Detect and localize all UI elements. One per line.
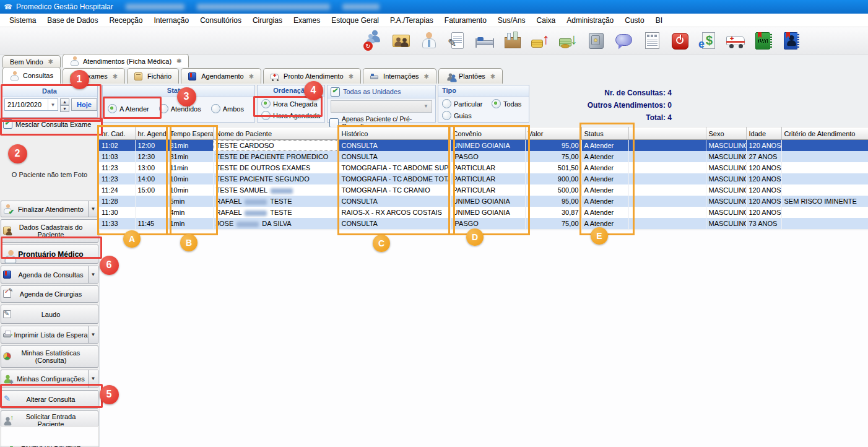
contacts-book-icon[interactable] (781, 30, 802, 51)
cell-valor[interactable]: 900,00 (525, 173, 581, 184)
dropdown-arrow-icon[interactable]: ▼ (88, 370, 98, 388)
radio-guias[interactable]: Guias (442, 111, 492, 120)
cell-convenio[interactable]: UNIMED GOIANIA (450, 140, 525, 152)
cell-criterio[interactable] (781, 218, 868, 229)
cell-espera[interactable]: 11min (167, 162, 213, 173)
menu-item-administracao[interactable]: Administração (561, 14, 619, 27)
cell-sexo[interactable]: MASCULINO (706, 207, 746, 218)
cell-hr_agend[interactable] (135, 196, 167, 207)
radio-todas[interactable]: Todas (492, 99, 525, 108)
radio-icon[interactable] (261, 99, 271, 108)
menu-item-base-de-dados[interactable]: Base de Dados (41, 14, 103, 27)
col-hr-agend[interactable]: hr. Agend (135, 128, 167, 140)
radio-icon[interactable] (492, 99, 501, 108)
menu-item-faturamento[interactable]: Faturamento (439, 14, 492, 27)
sidebar-button-prontuario-medico[interactable]: Prontuário Médico (1, 245, 98, 264)
radio-a-atender[interactable]: A Atender (108, 104, 149, 113)
cell-extra[interactable] (628, 184, 706, 196)
sidebar-button-minhas-configuracoes[interactable]: ✱Minhas Configurações▼ (1, 370, 98, 388)
sidebar-button-agenda-de-cirurgias[interactable]: ✓✎Agenda de Cirurgias (1, 285, 98, 303)
cell-idade[interactable]: 73 ANOS (746, 218, 781, 229)
cell-idade[interactable]: 120 ANOS (746, 207, 781, 218)
cell-extra[interactable] (628, 151, 706, 162)
col-idade[interactable]: Idade (746, 128, 781, 140)
tab-consultas[interactable]: Consultas (2, 67, 61, 84)
cell-hr_cad[interactable]: 11:23 (99, 173, 135, 184)
cell-criterio[interactable] (781, 162, 868, 173)
cell-extra[interactable] (628, 162, 706, 173)
cell-hr_agend[interactable]: 12:30 (135, 151, 167, 162)
sidebar-button-minhas-estatisticas-consulta[interactable]: Minhas Estatísticas (Consulta) (1, 345, 98, 368)
radio-atendidos[interactable]: Atendidos (159, 104, 201, 113)
tab-close-icon[interactable]: ✱ (490, 73, 495, 80)
spin-up-icon[interactable]: ▲ (60, 98, 69, 105)
spin-down-icon[interactable]: ▼ (60, 105, 69, 112)
radio-hora-chegada[interactable]: Hora Chegada (261, 99, 321, 108)
chat-icon[interactable] (614, 30, 635, 51)
power-icon[interactable] (669, 30, 690, 51)
cell-hr_agend[interactable] (135, 207, 167, 218)
cell-espera[interactable]: 4min (167, 207, 213, 218)
tab-close-icon[interactable]: ✱ (176, 58, 181, 64)
menu-item-bi[interactable]: BI (650, 14, 668, 27)
col-extra[interactable] (628, 128, 706, 140)
menu-item-caixa[interactable]: Caixa (531, 14, 562, 27)
menu-item-internacao[interactable]: Internação (148, 14, 194, 27)
cell-sexo[interactable]: MASCULINO (706, 140, 746, 152)
menu-item-cirurgias[interactable]: Cirurgias (247, 14, 288, 27)
col-nome-do-paciente[interactable]: Nome do Paciente (213, 128, 339, 140)
sidebar-button-dados-cadastrais-do-paciente[interactable]: Dados Cadastrais do Paciente (1, 219, 98, 243)
cell-sexo[interactable]: MASCULINO (706, 173, 746, 184)
cell-criterio[interactable] (781, 207, 868, 218)
safe-icon[interactable] (586, 30, 607, 51)
col-hr-cad[interactable]: hr. Cad. (99, 128, 135, 140)
cell-extra[interactable] (628, 196, 706, 207)
cell-historico[interactable]: CONSULTA (339, 151, 450, 162)
cell-idade[interactable]: 120 ANOS (746, 173, 781, 184)
cell-hr_agend[interactable]: 13:00 (135, 162, 167, 173)
cell-convenio[interactable]: PARTICULAR (450, 162, 525, 173)
col-historico[interactable]: Histórico (339, 128, 450, 140)
contract-icon[interactable]: ✎ (446, 30, 467, 51)
cell-hr_cad[interactable]: 11:03 (99, 151, 135, 162)
cell-status[interactable]: A Atender (581, 173, 628, 184)
radio-icon[interactable] (211, 104, 220, 113)
radio-icon[interactable] (442, 111, 451, 120)
col-status[interactable]: Status (581, 128, 628, 140)
table-row[interactable]: 11:2314:0010minTESTE PACIENTE SEGUNDOTOM… (99, 173, 868, 184)
dropdown-arrow-icon[interactable]: ▼ (88, 326, 98, 343)
checkbox-icon[interactable] (3, 119, 12, 129)
cell-sexo[interactable]: MASCULINO (706, 151, 746, 162)
cell-valor[interactable]: 75,00 (525, 151, 581, 162)
sidebar-button-alterar-consulta[interactable]: ✎Alterar Consulta (1, 390, 98, 409)
radio-ambos[interactable]: Ambos (211, 104, 244, 113)
all-units-checkbox[interactable]: Todas as Unidades (328, 85, 435, 98)
cell-status[interactable]: A Atender (581, 207, 628, 218)
unit-dropdown[interactable]: ▼ (331, 100, 432, 113)
merge-consulta-exame-checkbox[interactable]: Mesclar Consulta Exame (3, 119, 98, 129)
hospital-bed-icon[interactable] (474, 30, 495, 51)
col-criterio-de-atendimento[interactable]: Critério de Atendimento (781, 128, 868, 140)
cell-historico[interactable]: CONSULTA (339, 196, 450, 207)
cell-extra[interactable] (628, 140, 706, 152)
checkbox-icon[interactable] (331, 87, 340, 97)
radio-icon[interactable] (261, 111, 271, 120)
cell-extra[interactable] (628, 173, 706, 184)
cell-criterio[interactable] (781, 151, 868, 162)
cell-historico[interactable]: TOMOGRAFIA - TC ABDOME TOTAL (339, 173, 450, 184)
cell-historico[interactable]: TOMOGRAFIA - TC ABDOME SUP. (339, 162, 450, 173)
cell-convenio[interactable]: UNIMED GOIANIA (450, 207, 525, 218)
cell-sexo[interactable]: MASCULINO (706, 184, 746, 196)
cell-status[interactable]: A Atender (581, 196, 628, 207)
cell-valor[interactable]: 30,87 (525, 207, 581, 218)
col-tempo-espera[interactable]: Tempo Espera (167, 128, 213, 140)
cell-status[interactable]: A Atender (581, 218, 628, 229)
radio-icon[interactable] (159, 104, 168, 113)
cell-status[interactable]: A Atender (581, 162, 628, 173)
cell-convenio[interactable]: IPASGO (450, 151, 525, 162)
dropdown-arrow-icon[interactable]: ▼ (88, 266, 98, 283)
table-row[interactable]: 11:304minRAFAEL TESTERAIOS-X - RX ARCOS … (99, 207, 868, 218)
cell-nome[interactable]: RAFAEL TESTE (213, 196, 339, 207)
cell-hr_agend[interactable]: 14:00 (135, 173, 167, 184)
cell-criterio[interactable] (781, 140, 868, 152)
